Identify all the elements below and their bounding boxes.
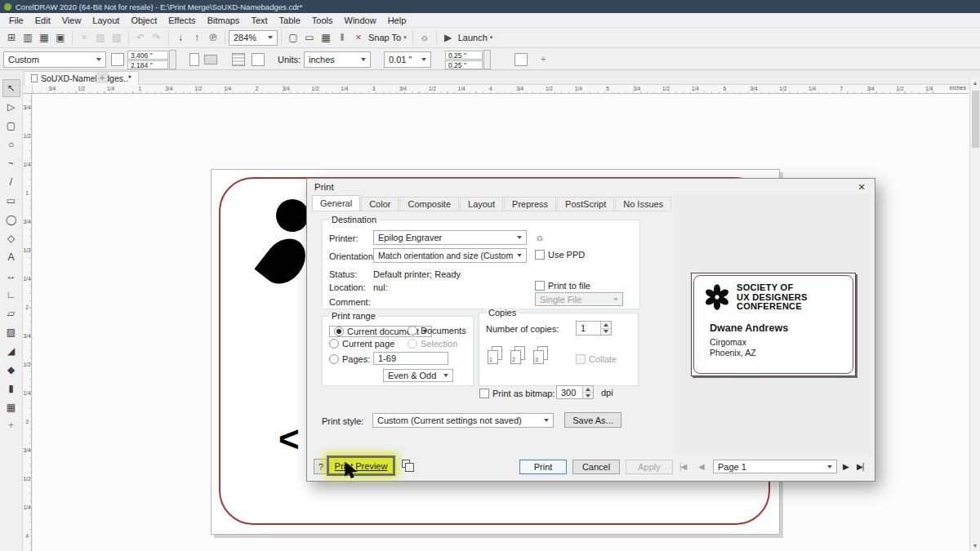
tab-composite[interactable]: Composite (399, 197, 459, 211)
polygon-tool-icon[interactable]: ◇ (3, 230, 20, 247)
menu-item[interactable]: Tools (306, 16, 339, 25)
show-guidelines-icon[interactable]: ‖ (334, 30, 350, 46)
printer-preferences-gear-icon[interactable]: ☼ (535, 232, 545, 242)
chevron-down-icon[interactable]: ▾ (403, 34, 407, 41)
preview-expand-icon[interactable] (402, 460, 410, 468)
printer-select[interactable]: Epilog Engraver (373, 230, 527, 245)
menu-item[interactable]: Help (382, 16, 412, 25)
duplicate-spinner[interactable] (483, 50, 491, 69)
previous-page-icon[interactable]: ◀ (698, 462, 704, 471)
connector-tool-icon[interactable]: ∟ (3, 287, 20, 303)
save-as-button[interactable]: Save As... (564, 412, 621, 428)
fill-tool-icon[interactable]: ▮ (3, 380, 20, 397)
menu-item[interactable]: Edit (29, 16, 56, 25)
print-style-select[interactable]: Custom (Current settings not saved) (372, 413, 554, 428)
zoom-tool-icon[interactable]: ○ (3, 136, 20, 153)
orientation-select[interactable]: Match orientation and size (Custom, Land… (373, 248, 527, 263)
print-button[interactable]: Print (519, 460, 567, 474)
documents-radio[interactable]: Documents (408, 326, 466, 335)
spinner-buttons[interactable] (600, 322, 611, 335)
first-page-icon[interactable]: |◀ (679, 462, 686, 471)
add-tool-button[interactable]: + (8, 420, 14, 431)
new-document-icon[interactable]: ⊞ (3, 30, 20, 46)
layout-settings-icon[interactable] (252, 53, 265, 66)
spinner-buttons[interactable] (582, 386, 593, 398)
publish-pdf-icon[interactable]: ℗ (205, 30, 221, 46)
current-page-radio[interactable]: Current page (329, 339, 394, 349)
launch-label[interactable]: Launch (458, 33, 488, 42)
preset-select[interactable]: Custom (3, 51, 106, 68)
menu-item[interactable]: View (56, 16, 87, 25)
tab-general[interactable]: General (312, 195, 360, 211)
size-spinner[interactable] (169, 50, 176, 69)
scroll-up-icon[interactable]: ▲ (970, 78, 980, 88)
crop-tool-icon[interactable]: ▢ (3, 118, 20, 134)
add-icon[interactable]: + (541, 54, 546, 64)
ellipse-tool-icon[interactable]: ◯ (3, 211, 20, 228)
scrollbar-thumb[interactable] (972, 91, 979, 148)
full-screen-preview-icon[interactable]: ▢ (285, 30, 301, 46)
object-width-input[interactable]: 3.406 " (127, 51, 168, 60)
new-tab-button[interactable]: + (96, 72, 108, 83)
nudge-input[interactable]: 0.01 " (384, 51, 431, 68)
horizontal-ruler[interactable]: 3/41/21/413/41/21/423/41/21/433/41/21/44… (33, 85, 969, 94)
tab-layout[interactable]: Layout (460, 197, 503, 211)
close-icon[interactable]: ✕ (853, 180, 870, 193)
parallel-dimension-tool-icon[interactable]: ↔ (3, 268, 20, 284)
save-icon[interactable]: ▦ (36, 30, 52, 46)
pages-input[interactable]: 1-69 (373, 352, 448, 365)
menu-item[interactable]: Table (274, 16, 306, 25)
tab-no-issues[interactable]: No Issues (615, 197, 671, 211)
print-as-bitmap-checkbox[interactable]: Print as bitmap: (479, 389, 555, 398)
last-page-icon[interactable]: ▶| (857, 462, 863, 471)
rectangle-tool-icon[interactable]: ▭ (3, 193, 20, 209)
landscape-orientation-button[interactable] (204, 55, 217, 64)
use-ppd-checkbox[interactable]: Use PPD (535, 250, 585, 260)
import-icon[interactable]: ↓ (172, 30, 189, 46)
vertical-ruler[interactable]: 3/41/21/413/41/21/423/41/21/433/41/21/44 (23, 94, 32, 551)
portrait-orientation-button[interactable] (189, 53, 199, 66)
print-icon[interactable]: ▣ (52, 30, 69, 46)
units-select[interactable]: inches (304, 51, 371, 68)
shape-tool-icon[interactable]: ▷ (3, 99, 20, 115)
tab-prepress[interactable]: Prepress (504, 197, 556, 211)
chevron-down-icon[interactable]: ▾ (490, 34, 493, 41)
print-to-file-checkbox[interactable]: Print to file (535, 281, 590, 291)
object-height-input[interactable]: 2.184 " (127, 60, 168, 69)
duplicate-y-input[interactable]: 0.25 " (445, 60, 483, 69)
duplicate-x-input[interactable]: 0.25 " (445, 51, 483, 60)
show-rulers-icon[interactable]: ▭ (301, 30, 318, 46)
menu-item[interactable]: Window (339, 16, 382, 25)
transparency-tool-icon[interactable]: ▨ (3, 324, 20, 340)
next-page-icon[interactable]: ▶ (843, 462, 849, 471)
export-icon[interactable]: ↑ (189, 30, 205, 46)
tab-postscript[interactable]: PostScript (557, 197, 614, 211)
text-tool-icon[interactable]: A (3, 249, 20, 265)
pages-radio[interactable]: Pages: (329, 354, 370, 364)
drop-shadow-tool-icon[interactable]: ▱ (3, 305, 20, 322)
bounding-box-icon[interactable] (514, 53, 528, 66)
menu-item[interactable]: File (3, 16, 29, 25)
freehand-tool-icon[interactable]: ~ (3, 155, 20, 171)
pick-tool-icon[interactable]: ↖ (3, 80, 20, 96)
snap-to-label[interactable]: Snap To (368, 33, 401, 42)
show-grid-icon[interactable]: ▦ (318, 30, 334, 46)
color-eyedropper-tool-icon[interactable]: ◢ (3, 343, 20, 359)
gear-icon[interactable]: ☼ (416, 30, 433, 46)
bitmap-dpi-input[interactable]: 300 (556, 385, 594, 399)
copies-input[interactable]: 1 (576, 321, 612, 335)
print-preview-button[interactable]: Print Preview (327, 455, 395, 476)
tab-color[interactable]: Color (361, 197, 399, 211)
document-tab[interactable]: SoUXD-Namebadges..* (24, 71, 139, 85)
menu-item[interactable]: Object (125, 16, 163, 25)
even-odd-select[interactable]: Even & Odd (383, 369, 453, 382)
outline-pen-tool-icon[interactable]: ◆ (3, 362, 20, 378)
open-document-icon[interactable]: ▥ (20, 30, 36, 46)
menu-item[interactable]: Text (245, 16, 273, 25)
snap-off-icon[interactable]: × (350, 30, 367, 46)
interactive-fill-tool-icon[interactable]: ▦ (3, 399, 20, 415)
menu-item[interactable]: Effects (163, 16, 201, 25)
page-select[interactable]: Page 1 (713, 460, 837, 473)
menu-item[interactable]: Bitmaps (202, 16, 246, 25)
cancel-button[interactable]: Cancel (572, 460, 620, 474)
